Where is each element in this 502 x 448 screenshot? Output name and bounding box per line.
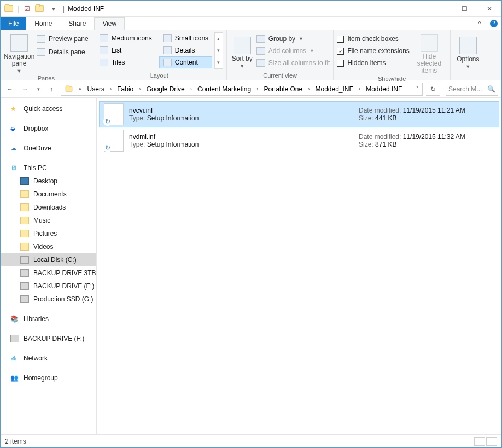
- view-thumbs-icon[interactable]: [486, 437, 497, 446]
- tree-prodssd[interactable]: Production SSD (G:): [1, 293, 96, 306]
- search-icon: 🔍: [487, 85, 495, 93]
- checkboxes-toggle[interactable]: Item check boxes: [337, 33, 409, 44]
- file-row-0[interactable]: nvcvi.inf Type: Setup Information Date m…: [99, 101, 499, 127]
- search-placeholder: Search M...: [448, 85, 482, 93]
- breadcrumb-seg-2[interactable]: Google Drive: [143, 83, 188, 95]
- layout-tiles-button[interactable]: Tiles: [96, 56, 156, 68]
- properties-icon[interactable]: ☑: [22, 4, 31, 13]
- qat-dropdown-icon[interactable]: ▾: [48, 3, 60, 15]
- navigation-bar: ← → ▾ ↑ « Users› Fabio› Google Drive› Co…: [1, 80, 501, 98]
- recent-dropdown[interactable]: ▾: [34, 83, 42, 95]
- maximize-button[interactable]: ☐: [452, 1, 477, 16]
- help-button[interactable]: ?: [486, 17, 501, 30]
- search-box[interactable]: Search M... 🔍: [446, 83, 498, 96]
- file-size-value: 871 KB: [375, 141, 396, 148]
- extensions-toggle[interactable]: File name extensions: [337, 45, 409, 56]
- breadcrumb-seg-1[interactable]: Fabio: [114, 83, 137, 95]
- tab-file[interactable]: File: [1, 17, 26, 30]
- navigation-pane-icon: [10, 34, 28, 52]
- file-mod-label: Date modified:: [359, 133, 401, 141]
- sortby-label: Sort by: [232, 55, 253, 62]
- tree-music[interactable]: Music: [1, 214, 96, 227]
- file-row-1[interactable]: nvdmi.inf Type: Setup Information Date m…: [99, 127, 499, 154]
- tab-share[interactable]: Share: [60, 17, 94, 30]
- tree-videos[interactable]: Videos: [1, 240, 96, 253]
- details-pane-button[interactable]: Details pane: [37, 46, 89, 57]
- navigation-tree[interactable]: ★Quick access ⬙Dropbox ☁OneDrive 🖥This P…: [1, 98, 97, 434]
- breadcrumb-seg-3[interactable]: Content Marketing: [194, 83, 254, 95]
- address-bar[interactable]: « Users› Fabio› Google Drive› Content Ma…: [61, 83, 423, 96]
- hide-selected-label: Hide selected items: [412, 53, 447, 74]
- tree-backup3[interactable]: BACKUP DRIVE 3TB: [1, 266, 96, 280]
- tree-thispc[interactable]: 🖥This PC: [1, 161, 96, 174]
- breadcrumb-seg-0[interactable]: Users: [84, 83, 108, 95]
- refresh-button[interactable]: ↻: [426, 83, 440, 96]
- layout-medium-button[interactable]: Medium icons: [96, 32, 156, 44]
- view-details-icon[interactable]: [474, 437, 485, 446]
- window-controls: — ☐ ✕: [428, 1, 501, 16]
- ribbon: Navigation pane ▼ Preview pane Details p…: [1, 30, 501, 80]
- addcolumns-button[interactable]: Add columns▼: [256, 45, 330, 56]
- tree-quickaccess[interactable]: ★Quick access: [1, 102, 96, 115]
- tree-backupf2[interactable]: BACKUP DRIVE (F:): [1, 332, 96, 345]
- file-size-value: 441 KB: [375, 114, 396, 122]
- tab-view[interactable]: View: [94, 17, 125, 30]
- window-title: Modded INF: [66, 5, 104, 13]
- hide-selected-button[interactable]: Hide selected items: [412, 31, 447, 74]
- address-dropdown[interactable]: ˅: [412, 85, 422, 93]
- extensions-label: File name extensions: [347, 47, 409, 55]
- tree-homegroup[interactable]: 👥Homegroup: [1, 371, 96, 385]
- hidden-label: Hidden items: [347, 59, 386, 67]
- tree-downloads[interactable]: Downloads: [1, 201, 96, 214]
- navigation-pane-label: Navigation pane: [4, 53, 35, 67]
- new-folder-icon[interactable]: [33, 3, 45, 15]
- up-button[interactable]: ↑: [45, 83, 57, 95]
- tree-pictures[interactable]: Pictures: [1, 227, 96, 240]
- file-size-label: Size:: [359, 141, 373, 148]
- forward-button[interactable]: →: [19, 83, 31, 95]
- tree-localdisk[interactable]: Local Disk (C:): [1, 253, 96, 266]
- tree-libraries[interactable]: 📚Libraries: [1, 312, 96, 325]
- back-button[interactable]: ←: [4, 83, 16, 95]
- tree-documents[interactable]: Documents: [1, 188, 96, 201]
- status-bar: 2 items: [1, 434, 501, 447]
- sortby-button[interactable]: Sort by ▼: [230, 31, 254, 71]
- tree-dropbox[interactable]: ⬙Dropbox: [1, 122, 96, 135]
- sizecolumns-button[interactable]: Size all columns to fit: [256, 57, 330, 68]
- tree-desktop[interactable]: Desktop: [1, 174, 96, 188]
- ribbon-group-options: Options ▼: [451, 30, 486, 80]
- collapse-ribbon-icon[interactable]: ^: [473, 17, 486, 30]
- sortby-icon: [234, 37, 251, 54]
- tree-network[interactable]: 🖧Network: [1, 352, 96, 365]
- file-icon: [104, 130, 124, 152]
- layout-group-label: Layout: [96, 71, 223, 80]
- addcolumns-label: Add columns: [268, 47, 306, 55]
- main-area: ★Quick access ⬙Dropbox ☁OneDrive 🖥This P…: [1, 98, 501, 434]
- file-size-label: Size:: [359, 114, 373, 122]
- layout-content-button[interactable]: Content: [159, 56, 212, 68]
- options-button[interactable]: Options ▼: [454, 31, 482, 71]
- close-button[interactable]: ✕: [477, 1, 501, 16]
- breadcrumb-seg-4[interactable]: Portable One: [260, 83, 306, 95]
- ribbon-group-currentview: Sort by ▼ Group by▼ Add columns▼ Size al…: [227, 30, 334, 80]
- breadcrumb-seg-5[interactable]: Modded_INF: [312, 83, 356, 95]
- groupby-button[interactable]: Group by▼: [256, 33, 330, 44]
- layout-small-label: Small icons: [175, 34, 208, 42]
- breadcrumb-root[interactable]: [61, 83, 77, 95]
- preview-pane-button[interactable]: Preview pane: [37, 33, 89, 44]
- layout-details-button[interactable]: Details: [159, 44, 212, 56]
- navigation-pane-button[interactable]: Navigation pane ▼: [4, 31, 34, 74]
- layout-list-button[interactable]: List: [96, 44, 156, 56]
- file-type-label: Type:: [129, 114, 145, 122]
- breadcrumb-overflow[interactable]: «: [77, 86, 84, 92]
- hidden-toggle[interactable]: Hidden items: [337, 57, 409, 68]
- layout-more-button[interactable]: ▴▾▾: [214, 32, 223, 69]
- tree-onedrive[interactable]: ☁OneDrive: [1, 142, 96, 155]
- tree-backupf[interactable]: BACKUP DRIVE (F:): [1, 280, 96, 293]
- layout-small-button[interactable]: Small icons: [159, 32, 212, 44]
- tab-home[interactable]: Home: [26, 17, 60, 30]
- breadcrumb-seg-6[interactable]: Modded INF: [363, 83, 405, 95]
- minimize-button[interactable]: —: [428, 1, 452, 16]
- file-list[interactable]: nvcvi.inf Type: Setup Information Date m…: [97, 98, 501, 434]
- sizecolumns-label: Size all columns to fit: [268, 59, 330, 67]
